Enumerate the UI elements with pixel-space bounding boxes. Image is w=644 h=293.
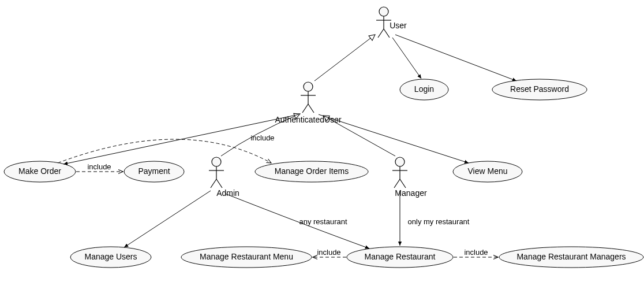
actor-manager: Manager (392, 157, 427, 198)
edge-auth-gen-user (314, 35, 375, 81)
usecase-make-order-label: Make Order (18, 166, 61, 176)
edge-mr-mrmenu-label: include (317, 248, 340, 257)
usecase-manage-users-label: Manage Users (84, 252, 137, 261)
svg-line-8 (302, 104, 308, 113)
edge-user-login (392, 38, 421, 79)
svg-line-3 (378, 29, 384, 38)
edge-admin-manageusers (124, 191, 211, 247)
usecase-manage-restaurant: Manage Restaurant (347, 247, 453, 268)
use-case-diagram: User AuthenticatedUser Admin Manager Log… (0, 0, 644, 293)
usecase-payment: Payment (124, 161, 184, 182)
actor-user: User (376, 7, 407, 38)
svg-line-20 (400, 179, 406, 188)
svg-line-9 (308, 104, 314, 113)
usecase-make-order: Make Order (4, 161, 76, 182)
edge-admin-managerestaurant-label: any restaurant (299, 217, 347, 226)
edge-makeorder-payment-label: include (87, 162, 111, 171)
edge-admin-managerestaurant (225, 194, 369, 249)
svg-line-19 (394, 179, 400, 188)
svg-line-15 (216, 179, 222, 188)
usecase-reset-password: Reset Password (492, 79, 587, 100)
svg-point-5 (304, 82, 313, 91)
actor-user-label: User (390, 21, 407, 30)
usecase-payment-label: Payment (138, 166, 170, 176)
actor-admin: Admin (209, 157, 239, 198)
actor-admin-label: Admin (216, 188, 239, 198)
usecase-manage-restaurant-managers-label: Manage Restaurant Managers (516, 252, 626, 261)
usecase-manage-order-items: Manage Order Items (255, 161, 368, 182)
usecase-manage-order-items-label: Manage Order Items (275, 166, 349, 176)
usecase-view-menu-label: View Menu (467, 166, 507, 176)
svg-point-0 (379, 7, 388, 16)
actor-authenticated-user-label: AuthenticatedUser (275, 115, 342, 124)
svg-line-13 (211, 179, 216, 188)
usecase-reset-password-label: Reset Password (510, 84, 569, 94)
svg-point-16 (395, 157, 405, 166)
svg-line-4 (384, 29, 390, 38)
edge-auth-viewmenu (319, 114, 469, 163)
usecase-manage-restaurant-menu-label: Manage Restaurant Menu (200, 252, 293, 261)
actor-authenticated-user: AuthenticatedUser (275, 82, 342, 124)
edge-user-reset-password (395, 35, 516, 81)
usecase-manage-restaurant-managers: Manage Restaurant Managers (499, 247, 643, 268)
usecase-login-label: Login (414, 84, 434, 94)
edge-manager-managerestaurant-label: only my restaurant (408, 217, 470, 226)
edge-makeorder-manageitems-label: include (250, 133, 274, 142)
svg-point-10 (212, 157, 221, 166)
usecase-manage-restaurant-label: Manage Restaurant (365, 252, 436, 261)
usecase-manage-restaurant-menu: Manage Restaurant Menu (181, 247, 312, 268)
usecase-manage-users: Manage Users (70, 247, 151, 268)
usecase-login: Login (400, 79, 448, 100)
edge-mr-mrmanagers-label: include (464, 248, 488, 257)
usecase-view-menu: View Menu (453, 161, 522, 182)
